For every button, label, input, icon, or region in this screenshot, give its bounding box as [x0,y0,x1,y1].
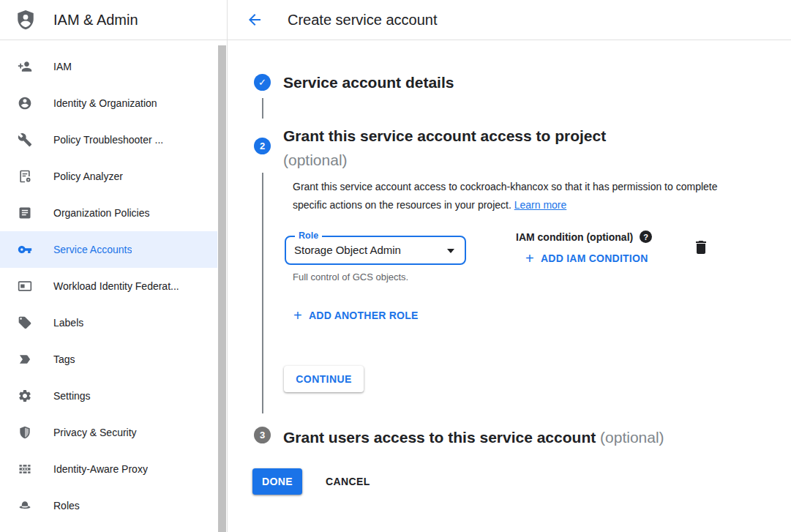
step1-complete-check-icon: ✓ [254,74,271,91]
iam-condition-section: IAM condition (optional) ? + ADD IAM CON… [516,231,691,264]
step2-description: Grant this service account access to coc… [293,178,732,214]
step2-optional-label: (optional) [283,148,606,172]
role-selected-value: Storage Object Admin [286,237,465,263]
iam-condition-label: IAM condition (optional) [516,231,633,243]
sidebar-item-label: Policy Analyzer [53,171,123,182]
sidebar-item-label: Identity & Organization [53,97,157,109]
back-arrow-icon[interactable] [246,11,263,29]
step2-header: Grant this service account access to pro… [283,124,606,172]
sidebar-item-workload-identity-federat[interactable]: Workload Identity Federat... [0,268,217,304]
top-bar: IAM & Admin Create service account [0,0,791,40]
sidebar-item-policy-analyzer[interactable]: Policy Analyzer [0,158,217,195]
gear-icon [18,389,32,403]
sidebar-item-labels[interactable]: Labels [0,304,217,341]
sidebar-item-label: Service Accounts [53,244,132,255]
role-helper-text: Full control of GCS objects. [293,271,408,282]
sidebar-item-policy-troubleshooter[interactable]: Policy Troubleshooter ... [0,121,217,158]
sidebar-item-label: Tags [53,353,75,365]
step1-title[interactable]: Service account details [283,73,454,92]
help-icon[interactable]: ? [640,231,652,243]
sidebar-item-iam[interactable]: IAM [0,48,217,85]
identity-card-icon [18,279,32,293]
step2-number: 2 [260,141,265,151]
sidebar-item-label: Organization Policies [53,207,150,219]
sidebar-item-identity-aware-proxy[interactable]: Identity-Aware Proxy [0,451,217,487]
sidebar-item-service-accounts[interactable]: Service Accounts [0,231,217,268]
sidebar-item-identity-organization[interactable]: Identity & Organization [0,85,217,121]
add-iam-condition-label: ADD IAM CONDITION [541,252,648,264]
question-mark-glyph: ? [643,233,648,241]
sidebar-item-roles[interactable]: Roles [0,487,217,524]
tag-arrow-icon [18,352,32,367]
sidebar-item-label: Workload Identity Federat... [53,280,179,292]
policy-analyzer-icon [18,169,32,184]
plus-icon: + [525,253,534,263]
plus-icon: + [293,310,302,321]
sidebar-item-label: Privacy & Security [53,427,137,438]
continue-button[interactable]: CONTINUE [284,366,364,392]
step2-number-badge: 2 [254,138,271,154]
page-title: Create service account [288,12,438,29]
step3-optional-label: (optional) [600,429,664,446]
sidebar-item-organization-policies[interactable]: Organization Policies [0,195,217,231]
sidebar-item-label: IAM [53,61,72,72]
app-header: IAM & Admin [0,0,228,40]
role-field-label: Role [295,231,322,241]
stepper-connector-line [262,173,263,413]
add-another-role-label: ADD ANOTHER ROLE [309,310,419,321]
step2-title: Grant this service account access to pro… [283,124,606,148]
sidebar-nav: IAM Identity & Organization Policy Troub… [0,40,217,532]
sidebar-item-label: Policy Troubleshooter ... [53,134,163,146]
account-circle-icon [18,96,32,110]
add-iam-condition-button[interactable]: + ADD IAM CONDITION [525,252,691,264]
check-glyph: ✓ [258,77,266,88]
create-service-account-form: ✓ Service account details 2 Grant this s… [228,40,791,532]
sidebar-item-label: Labels [53,317,83,329]
person-add-icon [18,59,32,74]
sidebar-scrollbar-thumb[interactable] [218,45,226,532]
step3-title: Grant users access to this service accou… [283,429,596,446]
add-another-role-button[interactable]: + ADD ANOTHER ROLE [293,310,419,321]
page-header: Create service account [228,0,791,40]
learn-more-link[interactable]: Learn more [514,199,567,211]
role-select-field[interactable]: Role Storage Object Admin [285,236,466,265]
shield-icon [18,425,32,440]
sidebar-item-privacy-security[interactable]: Privacy & Security [0,414,217,451]
cancel-button[interactable]: CANCEL [326,468,370,495]
step3-number: 3 [260,430,265,441]
sidebar-item-tags[interactable]: Tags [0,341,217,378]
step3-number-badge: 3 [254,427,271,443]
roles-hat-icon [18,498,32,513]
step2-description-text: Grant this service account access to coc… [293,181,718,211]
sidebar-item-label: Settings [53,390,91,402]
sidebar-item-settings[interactable]: Settings [0,378,217,414]
label-tag-icon [18,315,32,330]
done-button[interactable]: DONE [252,468,302,495]
app-title: IAM & Admin [53,12,138,29]
article-icon [18,206,32,220]
proxy-stripes-icon [18,462,32,476]
sidebar-item-label: Identity-Aware Proxy [53,463,148,475]
step3-header[interactable]: Grant users access to this service accou… [283,428,664,447]
wrench-icon [18,132,32,147]
iam-shield-logo-icon [15,8,37,31]
service-account-key-icon [18,242,32,257]
dropdown-caret-icon [447,249,454,253]
stepper-connector-line [262,98,263,119]
sidebar-item-label: Roles [53,500,80,512]
delete-role-trash-icon[interactable] [692,239,710,256]
